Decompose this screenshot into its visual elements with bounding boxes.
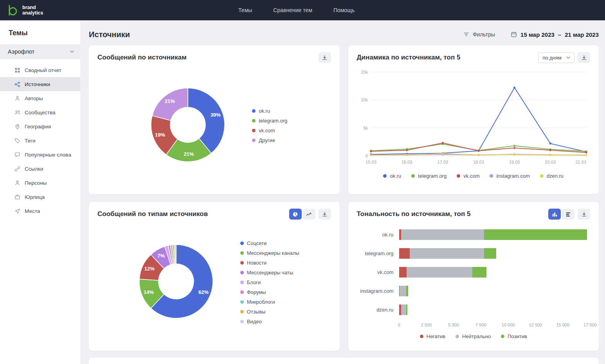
sidebar-item-label: География bbox=[25, 124, 51, 130]
bar-axis-tick: 17 500 bbox=[583, 323, 597, 327]
cards-grid: Сообщений по источникам 39%21%19%21% ok.… bbox=[89, 45, 599, 351]
nav-item-topics[interactable]: Темы bbox=[238, 7, 252, 13]
legend-item: Другие bbox=[252, 137, 287, 143]
legend-dot bbox=[252, 119, 256, 123]
line-view-button[interactable] bbox=[303, 209, 315, 220]
pie-view-button[interactable] bbox=[289, 209, 302, 220]
sidebar: Темы Аэрофлот Сводный отчетИсточникиАвто… bbox=[0, 20, 80, 364]
period-select[interactable]: по дням bbox=[538, 52, 574, 63]
line-chart-dynamics: 05k10k15k15.0316.0317.0318.0319.0320.032… bbox=[357, 69, 591, 168]
legend-dot bbox=[240, 290, 244, 294]
brand-logo[interactable]: brand analytics bbox=[0, 4, 43, 17]
legend-label: Другие bbox=[259, 137, 275, 143]
card-title: Тональность по источникам, топ 5 bbox=[357, 210, 471, 218]
donut-percent-label: 7% bbox=[157, 253, 165, 259]
page-title: Источники bbox=[89, 30, 130, 39]
download-button[interactable] bbox=[578, 209, 590, 220]
legend-dot bbox=[383, 174, 387, 178]
sidebar-item-popular-words[interactable]: Популярные слова bbox=[0, 148, 80, 162]
legend-label: Новости bbox=[247, 260, 266, 266]
legend-dot bbox=[540, 174, 544, 178]
chart-type-toggle bbox=[548, 209, 574, 220]
legend-label: telegram.org bbox=[418, 173, 447, 179]
legend-dot bbox=[240, 281, 244, 284]
bar-row-telegram.org: telegram.org bbox=[357, 248, 591, 259]
topic-selector[interactable]: Аэрофлот bbox=[0, 44, 80, 59]
download-button[interactable] bbox=[319, 52, 331, 63]
persons-icon bbox=[14, 180, 20, 186]
svg-text:0: 0 bbox=[365, 153, 367, 158]
sidebar-item-tags[interactable]: Теги bbox=[0, 133, 80, 148]
sidebar-item-persons[interactable]: Персоны bbox=[0, 176, 80, 190]
legend-item: Мессенджеры чаты bbox=[240, 270, 299, 276]
sidebar-item-legal-entities[interactable]: Юрлица bbox=[0, 190, 80, 204]
period-select-value: по дням bbox=[542, 55, 562, 61]
download-button[interactable] bbox=[319, 209, 331, 220]
legend-dot bbox=[240, 271, 244, 274]
card-title: Сообщений по типам источников bbox=[97, 210, 208, 218]
card-title: Динамика по источникам, топ 5 bbox=[357, 54, 461, 61]
donut-percent-label: 12% bbox=[144, 266, 155, 272]
bar-category-label: telegram.org bbox=[357, 250, 399, 256]
tags-icon bbox=[14, 138, 20, 144]
rows-view-button[interactable] bbox=[562, 209, 574, 220]
line-series-ok.ru bbox=[371, 88, 586, 155]
card-title: Сообщений по источникам bbox=[97, 54, 187, 61]
donut-percent-label: 62% bbox=[198, 289, 209, 295]
sidebar-title: Темы bbox=[0, 20, 80, 44]
bar-segment-Позитив bbox=[484, 229, 587, 240]
logo-text-line1: brand bbox=[22, 5, 43, 10]
nav-item-topic-comparison[interactable]: Сравнение тем bbox=[273, 7, 312, 13]
legend-item: Видео bbox=[240, 319, 299, 324]
filters-button[interactable]: Фильтры bbox=[463, 31, 495, 38]
svg-text:10k: 10k bbox=[361, 97, 368, 102]
sidebar-item-geography[interactable]: География bbox=[0, 119, 80, 133]
nav-item-help[interactable]: Помощь bbox=[333, 7, 355, 13]
svg-text:15.03: 15.03 bbox=[366, 160, 376, 164]
sidebar-item-links[interactable]: Ссылки bbox=[0, 162, 80, 176]
filter-icon bbox=[463, 32, 469, 38]
donut-percent-label: 14% bbox=[144, 289, 154, 295]
legend-label: Блоги bbox=[247, 279, 261, 285]
donut-percent-label: 39% bbox=[211, 112, 221, 118]
svg-text:15k: 15k bbox=[361, 70, 368, 74]
svg-text:20.03: 20.03 bbox=[545, 160, 556, 164]
chart-type-toggle bbox=[289, 209, 315, 220]
date-from: 15 мар 2023 bbox=[520, 31, 555, 38]
bar-segment-Нейтрально bbox=[401, 305, 406, 315]
legend-label: Форумы bbox=[247, 289, 266, 295]
svg-text:21.03: 21.03 bbox=[575, 160, 586, 164]
legend-label: dzen.ru bbox=[547, 173, 564, 179]
top-navbar: brand analytics ТемыСравнение темПомощь bbox=[0, 0, 605, 20]
links-icon bbox=[14, 166, 20, 172]
sidebar-item-communities[interactable]: Сообщества bbox=[0, 105, 80, 119]
legend-dot bbox=[240, 300, 244, 304]
bar-row-ok.ru: ok.ru bbox=[357, 229, 591, 240]
donut-percent-label: 21% bbox=[165, 98, 175, 104]
bar-view-button[interactable] bbox=[548, 209, 561, 220]
sidebar-item-summary-report[interactable]: Сводный отчет bbox=[0, 63, 80, 77]
sidebar-item-sources[interactable]: Источники bbox=[0, 77, 80, 91]
sidebar-item-label: Авторы bbox=[25, 96, 43, 101]
bar-axis-tick: 10 000 bbox=[502, 323, 515, 327]
bar-category-label: ok.ru bbox=[357, 232, 399, 238]
download-button[interactable] bbox=[578, 52, 590, 63]
legend-label: Мессенджеры каналы bbox=[247, 250, 299, 256]
card-messages-by-source-type: Сообщений по типам источников 62%14%12%7… bbox=[89, 202, 340, 351]
legend-dot bbox=[240, 241, 244, 245]
legend-messages-by-source-type: СоцсетиМессенджеры каналыНовостиМессендж… bbox=[240, 240, 299, 324]
sidebar-item-places[interactable]: Места bbox=[0, 204, 80, 218]
legend-item: Позитив bbox=[501, 333, 527, 339]
date-range-picker[interactable]: 15 мар 2023 – 21 мар 2023 bbox=[511, 31, 599, 38]
donut-percent-label: 21% bbox=[184, 151, 194, 157]
logo-text-line2: analytics bbox=[22, 10, 43, 16]
svg-text:5k: 5k bbox=[363, 126, 368, 130]
sidebar-item-label: Персоны bbox=[25, 180, 47, 186]
bar-segment-Позитив bbox=[484, 248, 496, 259]
sidebar-item-label: Ссылки bbox=[25, 166, 43, 172]
places-icon bbox=[14, 208, 20, 214]
bar-x-axis: 02 5005 0007 50010 00012 50015 00017 500 bbox=[357, 323, 591, 329]
bar-segment-Позитив bbox=[406, 305, 407, 315]
sidebar-item-label: Источники bbox=[25, 81, 50, 87]
sidebar-item-authors[interactable]: Авторы bbox=[0, 91, 80, 105]
